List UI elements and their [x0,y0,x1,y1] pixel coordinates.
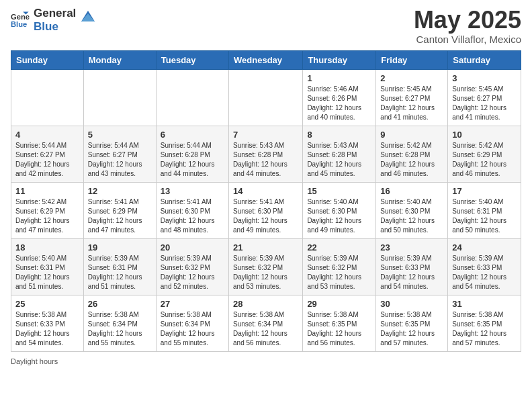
daylight-label: Daylight hours [11,357,58,365]
day-number: 25 [15,299,79,309]
calendar-day-cell [11,69,84,126]
calendar-col-header: Wednesday [229,50,303,69]
day-number: 27 [161,299,224,309]
calendar-col-header: Thursday [303,50,376,69]
svg-text:General: General [11,12,30,20]
day-number: 4 [15,130,79,140]
day-number: 22 [307,242,371,253]
calendar-week-row: 11Sunrise: 5:42 AM Sunset: 6:29 PM Dayli… [11,182,521,238]
calendar-col-header: Monday [83,50,156,69]
calendar-day-cell: 6Sunrise: 5:44 AM Sunset: 6:28 PM Daylig… [156,126,228,182]
day-number: 18 [15,242,79,253]
calendar-day-cell: 5Sunrise: 5:44 AM Sunset: 6:27 PM Daylig… [83,126,156,182]
day-number: 12 [88,186,152,196]
calendar-day-cell: 13Sunrise: 5:41 AM Sunset: 6:30 PM Dayli… [156,182,228,238]
title-block: May 2025 Canton Villaflor, Mexico [414,7,521,45]
day-number: 17 [452,186,517,196]
calendar-day-cell: 16Sunrise: 5:40 AM Sunset: 6:30 PM Dayli… [376,182,448,238]
calendar-day-cell: 1Sunrise: 5:46 AM Sunset: 6:26 PM Daylig… [303,69,376,126]
day-number: 7 [233,130,298,140]
calendar-day-cell: 14Sunrise: 5:41 AM Sunset: 6:30 PM Dayli… [229,182,303,238]
svg-text:Blue: Blue [11,19,27,28]
day-info: Sunrise: 5:45 AM Sunset: 6:27 PM Dayligh… [380,85,443,122]
calendar-col-header: Saturday [448,50,521,69]
day-number: 21 [233,242,298,253]
day-info: Sunrise: 5:41 AM Sunset: 6:30 PM Dayligh… [233,197,298,235]
day-info: Sunrise: 5:42 AM Sunset: 6:28 PM Dayligh… [380,141,443,179]
day-info: Sunrise: 5:38 AM Sunset: 6:35 PM Dayligh… [452,310,517,348]
calendar-day-cell: 25Sunrise: 5:38 AM Sunset: 6:33 PM Dayli… [11,295,84,351]
calendar-col-header: Friday [376,50,448,69]
day-info: Sunrise: 5:43 AM Sunset: 6:28 PM Dayligh… [233,141,298,179]
day-number: 1 [307,73,371,83]
day-info: Sunrise: 5:39 AM Sunset: 6:33 PM Dayligh… [452,254,517,291]
day-info: Sunrise: 5:40 AM Sunset: 6:31 PM Dayligh… [452,197,517,235]
header: General Blue General Blue May 2025 Canto… [11,7,521,45]
day-number: 13 [161,186,224,196]
calendar-week-row: 18Sunrise: 5:40 AM Sunset: 6:31 PM Dayli… [11,238,521,295]
day-number: 3 [452,73,517,83]
calendar-week-row: 25Sunrise: 5:38 AM Sunset: 6:33 PM Dayli… [11,295,521,351]
calendar-day-cell: 15Sunrise: 5:40 AM Sunset: 6:30 PM Dayli… [303,182,376,238]
day-number: 23 [380,242,443,253]
calendar-day-cell: 23Sunrise: 5:39 AM Sunset: 6:33 PM Dayli… [376,238,448,295]
calendar-day-cell: 31Sunrise: 5:38 AM Sunset: 6:35 PM Dayli… [448,295,521,351]
calendar-day-cell: 29Sunrise: 5:38 AM Sunset: 6:35 PM Dayli… [303,295,376,351]
calendar-day-cell: 4Sunrise: 5:44 AM Sunset: 6:27 PM Daylig… [11,126,84,182]
calendar-day-cell: 7Sunrise: 5:43 AM Sunset: 6:28 PM Daylig… [229,126,303,182]
calendar-day-cell [229,69,303,126]
calendar-day-cell: 12Sunrise: 5:41 AM Sunset: 6:29 PM Dayli… [83,182,156,238]
day-info: Sunrise: 5:38 AM Sunset: 6:34 PM Dayligh… [233,310,298,348]
day-info: Sunrise: 5:39 AM Sunset: 6:32 PM Dayligh… [161,254,224,291]
day-number: 16 [380,186,443,196]
day-number: 26 [88,299,152,309]
day-info: Sunrise: 5:39 AM Sunset: 6:32 PM Dayligh… [233,254,298,291]
day-number: 6 [161,130,224,140]
calendar-day-cell: 11Sunrise: 5:42 AM Sunset: 6:29 PM Dayli… [11,182,84,238]
logo-icon: General Blue [11,11,30,30]
calendar-day-cell: 17Sunrise: 5:40 AM Sunset: 6:31 PM Dayli… [448,182,521,238]
logo-arrow-icon [80,9,95,24]
day-info: Sunrise: 5:42 AM Sunset: 6:29 PM Dayligh… [15,197,79,235]
day-number: 28 [233,299,298,309]
day-info: Sunrise: 5:43 AM Sunset: 6:28 PM Dayligh… [307,141,371,179]
day-info: Sunrise: 5:44 AM Sunset: 6:28 PM Dayligh… [161,141,224,179]
calendar-day-cell: 8Sunrise: 5:43 AM Sunset: 6:28 PM Daylig… [303,126,376,182]
calendar-day-cell [156,69,228,126]
day-info: Sunrise: 5:40 AM Sunset: 6:31 PM Dayligh… [15,254,79,291]
day-info: Sunrise: 5:40 AM Sunset: 6:30 PM Dayligh… [380,197,443,235]
day-info: Sunrise: 5:41 AM Sunset: 6:29 PM Dayligh… [88,197,152,235]
calendar-col-header: Tuesday [156,50,228,69]
footer: Daylight hours [11,357,521,365]
day-number: 29 [307,299,371,309]
calendar-day-cell: 18Sunrise: 5:40 AM Sunset: 6:31 PM Dayli… [11,238,84,295]
day-info: Sunrise: 5:44 AM Sunset: 6:27 PM Dayligh… [88,141,152,179]
day-info: Sunrise: 5:38 AM Sunset: 6:34 PM Dayligh… [161,310,224,348]
calendar-table: SundayMondayTuesdayWednesdayThursdayFrid… [11,50,521,352]
calendar-day-cell: 20Sunrise: 5:39 AM Sunset: 6:32 PM Dayli… [156,238,228,295]
day-number: 30 [380,299,443,309]
day-info: Sunrise: 5:39 AM Sunset: 6:32 PM Dayligh… [307,254,371,291]
page-title: May 2025 [414,7,521,34]
day-number: 9 [380,130,443,140]
calendar-day-cell: 22Sunrise: 5:39 AM Sunset: 6:32 PM Dayli… [303,238,376,295]
day-info: Sunrise: 5:46 AM Sunset: 6:26 PM Dayligh… [307,85,371,122]
calendar-day-cell: 9Sunrise: 5:42 AM Sunset: 6:28 PM Daylig… [376,126,448,182]
page: General Blue General Blue May 2025 Canto… [0,0,532,411]
day-info: Sunrise: 5:39 AM Sunset: 6:33 PM Dayligh… [380,254,443,291]
calendar-day-cell: 26Sunrise: 5:38 AM Sunset: 6:34 PM Dayli… [83,295,156,351]
page-subtitle: Canton Villaflor, Mexico [414,34,521,45]
day-info: Sunrise: 5:44 AM Sunset: 6:27 PM Dayligh… [15,141,79,179]
day-info: Sunrise: 5:45 AM Sunset: 6:27 PM Dayligh… [452,85,517,122]
day-info: Sunrise: 5:39 AM Sunset: 6:31 PM Dayligh… [88,254,152,291]
day-number: 31 [452,299,517,309]
calendar-week-row: 4Sunrise: 5:44 AM Sunset: 6:27 PM Daylig… [11,126,521,182]
calendar-col-header: Sunday [11,50,84,69]
day-number: 19 [88,242,152,253]
day-number: 20 [161,242,224,253]
calendar-day-cell: 24Sunrise: 5:39 AM Sunset: 6:33 PM Dayli… [448,238,521,295]
calendar-day-cell: 2Sunrise: 5:45 AM Sunset: 6:27 PM Daylig… [376,69,448,126]
calendar-day-cell: 30Sunrise: 5:38 AM Sunset: 6:35 PM Dayli… [376,295,448,351]
calendar-day-cell: 10Sunrise: 5:42 AM Sunset: 6:29 PM Dayli… [448,126,521,182]
day-number: 11 [15,186,79,196]
